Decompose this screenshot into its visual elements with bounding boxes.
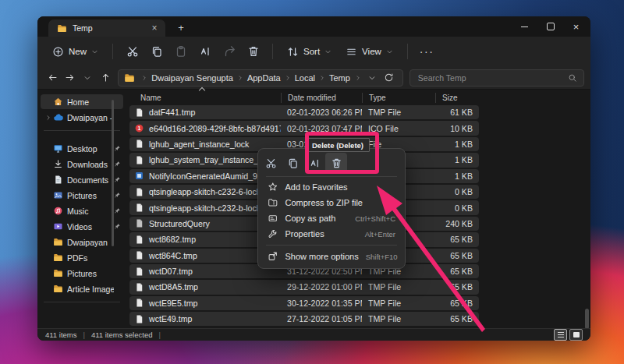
sidebar-item-label: PDFs xyxy=(67,253,114,263)
sidebar-item-label: Pictures xyxy=(67,191,114,200)
red1-icon xyxy=(134,123,144,133)
delete-button[interactable] xyxy=(241,41,265,62)
share-button xyxy=(217,41,241,62)
file-row-wctE9E5.tmp[interactable]: wctE9E5.tmp 30-12-2022 01:35 PM TMP File… xyxy=(129,296,479,310)
refresh-icon[interactable] xyxy=(384,72,394,83)
rename-button[interactable] xyxy=(193,41,217,62)
file-name-cell: lghub_agent_instance_lock xyxy=(129,139,281,149)
chevron-down-icon xyxy=(324,48,332,55)
context-menu-item-compress-to-zip[interactable]: Compress to ZIP file xyxy=(258,195,405,210)
picture-icon xyxy=(53,190,63,200)
up-button[interactable] xyxy=(97,69,115,87)
quick-action-copy[interactable] xyxy=(282,153,303,173)
toolbar-separator xyxy=(407,44,408,59)
breadcrumb[interactable]: Dwaipayan Sengupta AppData Local Temp xyxy=(118,69,403,87)
thumbnail-view-icon xyxy=(573,332,580,337)
explorer-tab-temp[interactable]: Temp × xyxy=(48,19,165,37)
column-header-name[interactable]: Name xyxy=(129,93,281,103)
sidebar-item-label: Documents xyxy=(67,175,114,185)
thumbnail-view-button[interactable] xyxy=(569,329,583,341)
path-icon xyxy=(268,213,278,224)
folder-icon xyxy=(53,253,63,263)
minimize-button[interactable] xyxy=(512,16,537,37)
new-button[interactable]: New xyxy=(45,42,105,62)
file-name: qtsingleapp-skitch-c232-b-lockfile xyxy=(149,203,271,213)
more-options-icon[interactable]: ··· xyxy=(415,45,439,58)
folder-icon xyxy=(53,284,63,294)
column-headers: Name Date modified Type Size xyxy=(129,92,479,104)
address-dropdown-icon[interactable] xyxy=(368,74,376,82)
quick-action-cut[interactable] xyxy=(260,153,282,173)
sidebar-item-article-images[interactable]: Article Images xyxy=(41,281,123,296)
file-icon xyxy=(134,139,144,149)
sort-button[interactable]: Sort xyxy=(280,42,339,62)
cut-button[interactable] xyxy=(120,41,144,62)
new-tab-button[interactable]: + xyxy=(173,20,189,34)
folder-icon xyxy=(53,237,63,247)
sidebar-scrollbar[interactable] xyxy=(112,100,114,246)
search-input[interactable] xyxy=(417,72,568,83)
chevron-right-icon[interactable] xyxy=(45,115,51,121)
status-separator: | xyxy=(83,330,84,339)
details-view-button[interactable] xyxy=(554,329,567,341)
breadcrumb-segment[interactable]: Temp xyxy=(328,72,352,83)
separator xyxy=(44,302,120,302)
file-icon xyxy=(134,203,144,213)
close-button[interactable]: × xyxy=(563,16,589,37)
pin-icon xyxy=(114,223,121,230)
context-menu-item-show-more-options[interactable]: Show more options Shift+F10 xyxy=(258,249,405,264)
sidebar-item-label: Pictures xyxy=(67,269,114,278)
pin-icon xyxy=(114,207,121,214)
file-size: 1 KB xyxy=(435,140,479,149)
back-button[interactable] xyxy=(44,69,62,87)
menu-item-label: Add to Favorites xyxy=(285,182,348,192)
context-menu-item-properties[interactable]: Properties Alt+Enter xyxy=(258,226,405,242)
sidebar-item-pdfs[interactable]: PDFs xyxy=(41,250,123,265)
cut-icon xyxy=(265,157,277,169)
maximize-button[interactable] xyxy=(537,16,563,37)
tab-close-icon[interactable]: × xyxy=(148,22,161,34)
list-scrollbar[interactable] xyxy=(585,309,589,329)
file-size: 65 KB xyxy=(435,267,479,276)
breadcrumb-segment[interactable]: Local xyxy=(293,72,317,83)
file-icon xyxy=(134,298,144,308)
sidebar-item-label: Dwaipayan xyxy=(67,238,114,247)
file-row-datF441.tmp[interactable]: datF441.tmp 02-01-2023 06:26 PM TMP File… xyxy=(129,105,479,119)
sidebar-item-label: Desktop xyxy=(67,144,114,154)
details-view-icon xyxy=(558,332,564,337)
search-box[interactable] xyxy=(410,69,584,87)
copy-button[interactable] xyxy=(144,41,168,62)
breadcrumb-item-temp: Temp xyxy=(317,72,352,83)
recent-locations-button[interactable] xyxy=(79,69,97,87)
breadcrumb-segment[interactable]: Dwaipayan Sengupta xyxy=(150,72,235,83)
column-header-type[interactable]: Type xyxy=(362,93,435,103)
star-icon xyxy=(268,182,278,193)
sidebar-item-label: Home xyxy=(67,97,114,107)
separator xyxy=(266,245,397,246)
view-button[interactable]: View xyxy=(339,42,400,62)
column-header-size[interactable]: Size xyxy=(435,93,479,103)
copy-icon xyxy=(287,157,299,169)
context-menu-item-copy-as-path[interactable]: Copy as path Ctrl+Shift+C xyxy=(258,210,405,226)
file-name: wct8682.tmp xyxy=(149,235,196,244)
file-name-cell: wctE49.tmp xyxy=(129,314,281,324)
column-header-date-modified[interactable]: Date modified xyxy=(281,93,362,103)
sidebar-item-label: Music xyxy=(67,207,114,216)
pin-icon xyxy=(114,161,121,168)
file-icon xyxy=(134,155,144,165)
file-row-e640d16d-2089-429f-8bfc-b87d49179394.tmp[interactable]: e640d16d-2089-429f-8bfc-b87d49179394.tmp… xyxy=(129,121,479,135)
file-row-wctD8A5.tmp[interactable]: wctD8A5.tmp 29-12-2022 01:00 PM TMP File… xyxy=(129,280,479,294)
sidebar-item-pictures-folder[interactable]: Pictures xyxy=(41,266,123,281)
breadcrumb-segment[interactable]: AppData xyxy=(246,72,282,83)
breadcrumb-item-appdata: AppData xyxy=(235,72,282,83)
title-bar: Temp × + × xyxy=(37,16,590,37)
forward-button[interactable] xyxy=(62,69,80,87)
menu-item-label: Compress to ZIP file xyxy=(285,198,363,207)
command-bar: New Sort View ··· xyxy=(37,37,590,66)
file-row-wctE49.tmp[interactable]: wctE49.tmp 27-12-2022 01:05 PM TMP File … xyxy=(129,312,479,326)
file-name-cell: wctE9E5.tmp xyxy=(129,298,281,308)
copy-icon xyxy=(151,45,163,58)
toolbar-separator xyxy=(272,44,273,59)
context-menu-item-add-to-favorites[interactable]: Add to Favorites xyxy=(258,179,405,195)
pin-icon xyxy=(114,192,121,199)
